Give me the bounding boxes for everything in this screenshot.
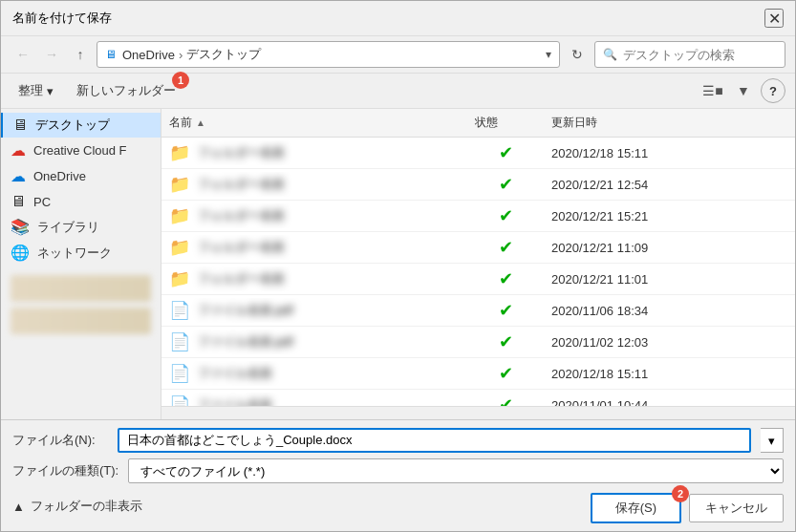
table-row[interactable]: 📁 フォルダー名前 ✔ 2020/12/21 11:09	[161, 232, 795, 264]
library-icon: 📚	[11, 218, 30, 236]
footer-actions: 保存(S) 2 キャンセル	[591, 493, 784, 523]
refresh-button[interactable]: ↻	[564, 41, 591, 68]
organize-arrow: ▾	[47, 84, 54, 98]
file-name: ファイル名前	[198, 365, 272, 382]
up-button[interactable]: ↑	[68, 42, 93, 67]
help-button[interactable]: ?	[761, 78, 785, 103]
sidebar-item-label: PC	[33, 195, 51, 209]
sidebar: 🖥 デスクトップ ☁ Creative Cloud F ☁ OneDrive 🖥…	[1, 109, 161, 419]
file-cell-status: ✔	[467, 140, 544, 165]
close-button[interactable]: ✕	[764, 9, 784, 28]
col-sort-arrow: ▲	[196, 117, 205, 128]
view-dropdown-button[interactable]: ▼	[730, 77, 757, 104]
table-row[interactable]: 📄 ファイル名前 ✔ 2020/11/01 10:44	[161, 390, 795, 406]
table-row[interactable]: 📁 フォルダー名前 ✔ 2020/12/21 12:54	[161, 169, 795, 201]
sidebar-item-network[interactable]: 🌐 ネットワーク	[1, 240, 161, 266]
breadcrumb-part2: デスクトップ	[186, 46, 261, 63]
file-cell-date: 2020/12/21 11:01	[544, 270, 716, 288]
table-row[interactable]: 📄 ファイル名前.pdf ✔ 2020/11/06 18:34	[161, 295, 795, 327]
horizontal-scrollbar[interactable]	[161, 406, 795, 419]
save-dialog: 名前を付けて保存 ✕ ← → ↑ 🖥 OneDrive › デスクトップ ▾ ↻…	[0, 0, 796, 532]
filename-dropdown-button[interactable]: ▾	[761, 428, 784, 453]
dialog-title: 名前を付けて保存	[12, 10, 112, 27]
status-icon: ✔	[499, 331, 513, 352]
folder-icon: 📁	[169, 268, 190, 289]
search-input[interactable]	[623, 48, 777, 62]
organize-button[interactable]: 整理 ▾	[11, 77, 61, 104]
col-header-status[interactable]: 状態	[467, 113, 544, 133]
sidebar-item-label: ライブラリ	[37, 219, 99, 236]
file-name: ファイル名前.pdf	[198, 302, 293, 319]
sidebar-item-desktop[interactable]: 🖥 デスクトップ	[1, 113, 161, 138]
filename-row: ファイル名(N): ▾	[12, 428, 784, 453]
file-cell-name: 📁 フォルダー名前	[161, 266, 467, 291]
file-cell-status: ✔	[467, 172, 544, 197]
folder-toggle-label: フォルダーの非表示	[31, 498, 142, 515]
file-cell-name: 📁 フォルダー名前	[161, 203, 467, 228]
nav-bar: ← → ↑ 🖥 OneDrive › デスクトップ ▾ ↻ 🔍	[1, 36, 795, 74]
new-folder-button[interactable]: 新しいフォルダー	[69, 77, 183, 104]
chevron-up-icon: ▲	[12, 500, 25, 514]
onedrive-icon: ☁	[11, 167, 26, 185]
filetype-select[interactable]: すべてのファイル (*.*)	[128, 458, 784, 483]
forward-button[interactable]: →	[39, 42, 64, 67]
file-cell-date: 2020/12/21 12:54	[544, 176, 716, 194]
status-icon: ✔	[499, 174, 513, 195]
folder-toggle[interactable]: ▲ フォルダーの非表示	[12, 498, 142, 515]
sidebar-item-onedrive[interactable]: ☁ OneDrive	[1, 163, 161, 189]
file-cell-status: ✔	[467, 361, 544, 386]
pc-icon: 🖥	[11, 193, 26, 210]
file-name: フォルダー名前	[198, 176, 285, 193]
save-button[interactable]: 保存(S)	[591, 493, 681, 523]
cancel-button[interactable]: キャンセル	[689, 494, 784, 522]
toolbar: 整理 ▾ 新しいフォルダー 1 ☰■ ▼ ?	[1, 74, 795, 109]
file-icon: 📄	[169, 363, 190, 384]
file-cell-name: 📄 ファイル名前	[161, 361, 467, 386]
col-status-label: 状態	[475, 115, 498, 131]
table-row[interactable]: 📄 ファイル名前 ✔ 2020/12/18 15:11	[161, 358, 795, 390]
sidebar-blurred-items	[1, 266, 161, 338]
table-row[interactable]: 📁 フォルダー名前 ✔ 2020/12/21 15:21	[161, 201, 795, 232]
table-row[interactable]: 📁 フォルダー名前 ✔ 2020/12/21 11:01	[161, 264, 795, 295]
desktop-icon: 🖥	[12, 117, 28, 134]
table-row[interactable]: 📁 フォルダー名前 ✔ 2020/12/18 15:11	[161, 138, 795, 169]
address-dropdown-button[interactable]: ▾	[546, 48, 551, 61]
view-options-button[interactable]: ☰■	[699, 77, 726, 104]
sidebar-item-label: デスクトップ	[35, 117, 110, 134]
file-icon: 📄	[169, 331, 190, 352]
filetype-row: ファイルの種類(T): すべてのファイル (*.*)	[12, 458, 784, 483]
file-name: フォルダー名前	[198, 207, 285, 224]
sidebar-item-creative-cloud[interactable]: ☁ Creative Cloud F	[1, 138, 161, 163]
new-folder-label: 新しいフォルダー	[76, 82, 176, 99]
file-pane: 名前 ▲ 状態 更新日時 📁 フォルダー名前 ✔ 2	[161, 109, 795, 419]
sidebar-item-library[interactable]: 📚 ライブラリ	[1, 214, 161, 240]
creative-cloud-icon: ☁	[11, 141, 26, 160]
table-row[interactable]: 📄 ファイル名前.pdf ✔ 2020/11/02 12:03	[161, 327, 795, 358]
back-button[interactable]: ←	[11, 42, 35, 67]
col-date-label: 更新日時	[551, 115, 597, 131]
col-header-date[interactable]: 更新日時	[544, 113, 716, 133]
col-header-name[interactable]: 名前 ▲	[161, 113, 467, 133]
file-cell-date: 2020/12/21 15:21	[544, 207, 716, 225]
file-name: ファイル名前	[198, 396, 272, 406]
file-cell-status: ✔	[467, 298, 544, 323]
file-name: ファイル名前.pdf	[198, 333, 293, 351]
file-cell-name: 📄 ファイル名前.pdf	[161, 330, 467, 354]
toolbar-view-options: ☰■ ▼ ?	[699, 77, 785, 104]
sidebar-item-pc[interactable]: 🖥 PC	[1, 189, 161, 214]
footer: ファイル名(N): ▾ ファイルの種類(T): すべてのファイル (*.*) ▲…	[1, 419, 795, 531]
filename-input[interactable]	[118, 428, 751, 453]
file-cell-date: 2020/11/01 10:44	[544, 396, 716, 407]
file-cell-status: ✔	[467, 266, 544, 291]
search-icon: 🔍	[603, 48, 617, 61]
search-bar: 🔍	[594, 41, 785, 68]
sidebar-item-label: ネットワーク	[37, 245, 112, 262]
file-cell-name: 📄 ファイル名前.pdf	[161, 298, 467, 323]
file-icon: 📄	[169, 300, 190, 321]
status-icon: ✔	[499, 394, 513, 406]
file-cell-status: ✔	[467, 393, 544, 406]
sidebar-item-label: OneDrive	[33, 169, 86, 183]
col-name-label: 名前	[169, 115, 192, 131]
main-content: 🖥 デスクトップ ☁ Creative Cloud F ☁ OneDrive 🖥…	[1, 109, 795, 419]
breadcrumb-sep: ›	[179, 48, 183, 62]
